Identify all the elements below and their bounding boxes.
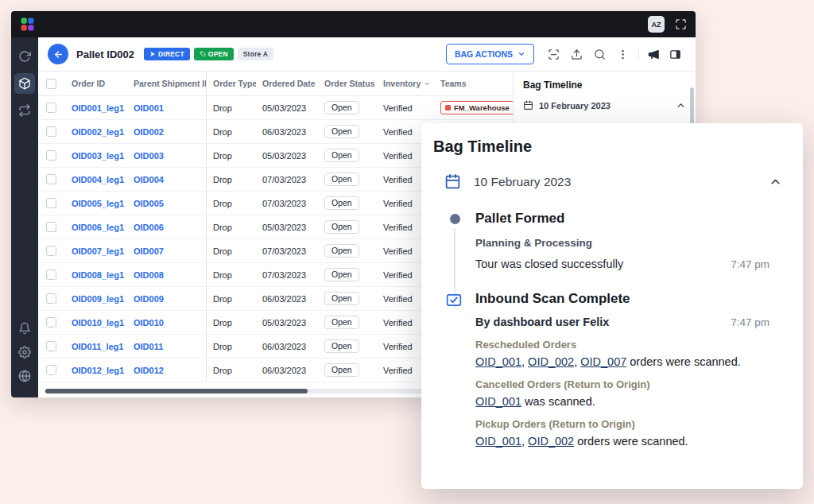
badge-label: DIRECT [158,50,184,58]
parent-shipment-link[interactable]: OID005 [134,199,164,208]
bag-actions-button[interactable]: BAG ACTIONS [446,44,534,64]
caret-down-icon[interactable] [424,80,431,87]
order-id-link[interactable]: OID012_leg1 [72,366,124,375]
row-checkbox-cell [38,311,65,334]
row-checkbox-cell [38,215,65,238]
back-button[interactable] [48,44,68,64]
row-checkbox[interactable] [46,150,56,161]
order-id-link[interactable]: OID009_leg1 [72,294,124,304]
panel-toggle-icon[interactable] [669,48,681,60]
parent-shipment-cell: OID003 [127,144,207,167]
order-id-link[interactable]: OID005_leg1 [72,199,124,208]
order-id-link[interactable]: OID001_leg1 [72,103,124,113]
row-checkbox[interactable] [46,269,56,280]
row-checkbox[interactable] [46,246,56,256]
parent-shipment-link[interactable]: OID002 [134,127,164,137]
select-all-checkbox[interactable] [46,79,56,89]
ordered-date-cell: 05/03/2023 [256,311,318,334]
order-link[interactable]: OID_002 [528,355,574,368]
order-id-link[interactable]: OID010_leg1 [72,318,124,328]
ordered-date-cell: 06/03/2023 [256,287,318,310]
sidebar-item-sync[interactable] [14,46,35,67]
row-checkbox[interactable] [46,126,56,137]
sidebar-item-bell[interactable] [14,318,35,339]
parent-shipment-link[interactable]: OID008 [134,270,164,280]
parent-shipment-link[interactable]: OID001 [134,103,164,113]
kebab-menu-icon[interactable] [617,48,629,60]
parent-shipment-link[interactable]: OID006 [134,223,164,232]
parent-shipment-link[interactable]: OID012 [134,366,164,375]
horizontal-scrollbar-thumb[interactable] [45,389,308,394]
team-tag[interactable]: FM_Warehouse [440,101,513,114]
order-id-link[interactable]: OID002_leg1 [72,127,124,137]
row-checkbox[interactable] [46,341,56,351]
ordered-date-cell: 07/03/2023 [256,239,318,262]
chevron-up-icon[interactable] [676,100,686,110]
sidebar-item-gear[interactable] [14,342,35,362]
parent-shipment-link[interactable]: OID007 [134,246,164,256]
globe-icon [18,370,31,382]
order-id-link[interactable]: OID006_leg1 [72,223,124,232]
order-link[interactable]: OID_001 [475,435,521,448]
order-status-cell: Open [318,96,377,119]
parent-shipment-link[interactable]: OID003 [134,151,164,161]
scan-icon[interactable] [548,48,560,60]
order-id-link[interactable]: OID004_leg1 [72,175,124,184]
sidebar-item-package[interactable] [14,73,35,94]
order-type-cell: Drop [207,263,256,286]
sidebar-item-transfers[interactable] [14,100,35,121]
column-header: Ordered Date [256,72,318,95]
parent-shipment-link[interactable]: OID011 [134,342,163,351]
export-icon[interactable] [571,48,583,60]
order-link[interactable]: OID_001 [475,395,521,408]
ordered-date-cell: 06/03/2023 [256,359,318,382]
app-logo-icon [20,17,35,32]
team-tag-icon [445,105,451,110]
event-subtitle-row: By dashboard user Felix 7:47 pm [475,316,769,328]
package-icon [18,77,31,90]
column-header-label: Order ID [72,79,105,88]
order-link[interactable]: OID_002 [528,435,574,448]
vertical-scrollbar-thumb[interactable] [690,87,694,124]
megaphone-icon[interactable] [648,48,660,60]
event-title: Pallet Formed [475,211,769,227]
back-arrow-icon [53,49,64,60]
order-id-link[interactable]: OID003_leg1 [72,151,124,161]
parent-shipment-cell: OID005 [127,192,207,215]
panel-title: Bag Timeline [514,72,696,97]
parent-shipment-cell: OID001 [127,96,207,119]
order-id-cell: OID008_leg1 [65,263,127,286]
row-checkbox[interactable] [46,222,56,232]
order-status-cell: Open [318,215,377,238]
row-checkbox[interactable] [46,174,56,184]
row-checkbox-cell [38,359,65,382]
parent-shipment-link[interactable]: OID010 [134,318,164,328]
status-badge: Open [324,363,359,378]
order-type-cell: Drop [207,311,256,334]
row-checkbox[interactable] [46,317,56,328]
parent-shipment-link[interactable]: OID009 [134,294,164,304]
order-type-cell: Drop [207,335,256,358]
order-id-link[interactable]: OID008_leg1 [72,270,124,280]
user-avatar[interactable]: AZ [648,16,665,33]
ordered-date-cell: 06/03/2023 [256,335,318,358]
order-link[interactable]: OID_007 [580,355,626,368]
column-header: Parent Shipment ID [127,72,207,95]
search-icon[interactable] [594,48,606,60]
row-checkbox[interactable] [46,103,56,113]
badge-store-a: Store A [238,48,273,60]
row-checkbox[interactable] [46,365,56,375]
row-checkbox-cell [38,120,65,143]
order-link[interactable]: OID_001 [475,355,521,368]
column-header[interactable]: Inventory [377,72,434,95]
sidebar-item-globe[interactable] [14,366,35,386]
order-id-link[interactable]: OID007_leg1 [72,246,124,256]
chevron-up-icon[interactable] [769,175,782,188]
row-checkbox[interactable] [46,293,56,304]
fullscreen-icon[interactable] [675,18,687,30]
row-checkbox[interactable] [46,198,56,208]
parent-shipment-link[interactable]: OID004 [134,175,164,184]
order-id-link[interactable]: OID011_leg1 [72,342,123,351]
column-header-label: Parent Shipment ID [134,79,207,88]
ordered-date-cell: 07/03/2023 [256,263,318,286]
